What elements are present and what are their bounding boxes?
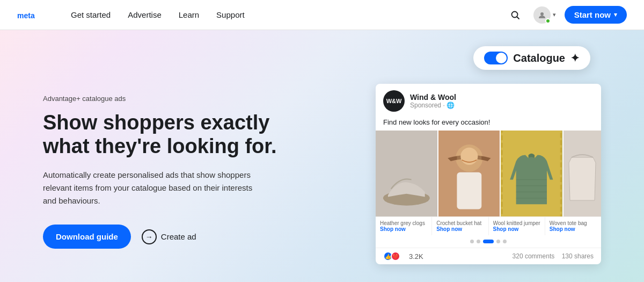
product-image-shoes: [376, 131, 437, 216]
product-item-1: Crochet bucket hat Shop now: [432, 217, 488, 235]
create-ad-circle-icon: →: [142, 229, 157, 244]
hero-left: Advantage+ catalogue ads Show shoppers e…: [43, 95, 290, 249]
avatar: [533, 6, 551, 24]
nav-get-started[interactable]: Get started: [71, 10, 111, 19]
shop-now-0[interactable]: Shop now: [380, 226, 427, 232]
dot-4: [496, 240, 500, 243]
svg-point-3: [540, 12, 544, 16]
svg-line-2: [517, 17, 519, 19]
ad-images: [376, 131, 601, 216]
nav-links: Get started Advertise Learn Support: [71, 10, 506, 19]
nav-learn[interactable]: Learn: [179, 10, 199, 19]
catalogue-toggle[interactable]: [484, 52, 508, 64]
svg-rect-9: [457, 172, 481, 209]
hero-title: Show shoppers exactly what they're looki…: [43, 111, 290, 158]
search-button[interactable]: [506, 5, 525, 25]
product-name-3: Woven tote bag: [550, 220, 597, 226]
product-item-3: Woven tote bag Shop now: [545, 217, 601, 235]
product-name-1: Crochet bucket hat: [436, 220, 484, 226]
brand-name: Wind & Wool: [410, 93, 594, 102]
download-guide-button[interactable]: Download guide: [43, 225, 131, 249]
reactions-count: 3.2K: [409, 252, 423, 261]
product-item-2: Wool knitted jumper Shop now: [489, 217, 545, 235]
start-now-label: Start now: [574, 10, 611, 19]
svg-text:meta: meta: [17, 11, 35, 20]
nav-support[interactable]: Support: [216, 10, 245, 19]
catalogue-pill: Catalogue ✦: [473, 46, 590, 70]
ad-caption: Find new looks for every occasion!: [376, 118, 601, 131]
carousel-dots: [376, 235, 601, 248]
brand-info: Wind & Wool Sponsored · 🌐: [410, 93, 594, 109]
product-image-hat: [438, 131, 500, 216]
online-indicator: [545, 18, 551, 24]
hero-actions: Download guide → Create ad: [43, 225, 290, 249]
product-name-2: Wool knitted jumper: [493, 220, 540, 226]
navbar: meta Get started Advertise Learn Support…: [0, 0, 644, 30]
product-image-sweater: [501, 131, 562, 216]
dot-1: [470, 240, 474, 243]
nav-advertise[interactable]: Advertise: [128, 10, 162, 19]
shares-count: 130 shares: [562, 252, 594, 260]
comments-count: 320 comments: [513, 252, 555, 260]
account-menu[interactable]: ▾: [533, 6, 556, 24]
ad-reactions: 👍 ❤️ 3.2K 320 comments 130 shares: [376, 248, 601, 264]
toggle-knob: [496, 53, 507, 63]
brand-logo: W&W: [383, 90, 405, 112]
svg-point-1: [511, 11, 517, 17]
hero-description: Automatically create personalised ads th…: [43, 169, 258, 207]
create-ad-link[interactable]: → Create ad: [142, 229, 196, 244]
shop-now-3[interactable]: Shop now: [550, 226, 597, 232]
meta-logo[interactable]: meta: [17, 10, 49, 20]
dot-3: [483, 240, 494, 243]
shop-now-2[interactable]: Shop now: [493, 226, 540, 232]
dot-2: [477, 240, 480, 243]
dot-5: [503, 240, 507, 243]
hero-section: Advantage+ catalogue ads Show shoppers e…: [0, 30, 644, 282]
create-ad-label: Create ad: [161, 232, 196, 241]
ad-card-header: W&W Wind & Wool Sponsored · 🌐: [376, 84, 601, 118]
account-chevron-icon: ▾: [553, 11, 556, 18]
product-name-0: Heather grey clogs: [380, 220, 427, 226]
reaction-stats: 320 comments 130 shares: [513, 252, 594, 260]
start-now-button[interactable]: Start now ▾: [565, 6, 627, 24]
shop-now-1[interactable]: Shop now: [436, 226, 484, 232]
catalogue-label: Catalogue: [513, 52, 565, 64]
start-now-chevron-icon: ▾: [614, 11, 617, 18]
reaction-icons: 👍 ❤️: [383, 251, 400, 261]
ad-products: Heather grey clogs Shop now Crochet buck…: [376, 216, 601, 235]
product-image-linen: [564, 131, 601, 216]
nav-right: ▾ Start now ▾: [506, 5, 627, 25]
sponsored-label: Sponsored · 🌐: [410, 102, 594, 109]
product-item-0: Heather grey clogs Shop now: [376, 217, 432, 235]
heart-reaction-icon: ❤️: [391, 251, 400, 261]
hero-label: Advantage+ catalogue ads: [43, 95, 290, 103]
ad-card: W&W Wind & Wool Sponsored · 🌐 Find new l…: [376, 84, 601, 264]
sparkle-icon: ✦: [570, 52, 580, 64]
